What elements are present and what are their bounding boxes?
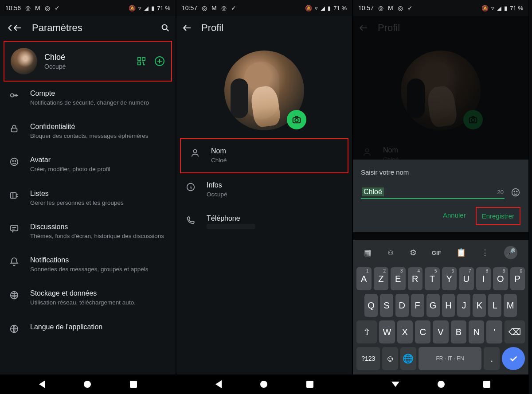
- save-button[interactable]: Enregistrer: [476, 207, 520, 225]
- back-arrow-line[interactable]: [12, 23, 23, 33]
- settings-list: CompteNotifications de sécurité, changer…: [0, 82, 176, 342]
- status-bar: 10:56 ◎ M ◎ ✓ 🔕 ▿ ◢ ▮ 71 %: [0, 0, 176, 16]
- nav-back-icon[interactable]: [39, 380, 45, 388]
- kb-key-b[interactable]: B: [451, 320, 466, 343]
- kb-symbols-key[interactable]: ?123: [356, 347, 380, 370]
- instagram-icon: ◎: [398, 4, 403, 12]
- kb-period-key[interactable]: .: [484, 347, 500, 370]
- wifi-icon: ▿: [491, 5, 494, 12]
- svg-point-21: [512, 189, 520, 196]
- kb-key-y[interactable]: Y6: [442, 267, 457, 290]
- settings-item-stockage[interactable]: Stockage et donnéesUtilisation réseau, t…: [0, 281, 176, 315]
- nav-home-icon[interactable]: [438, 381, 445, 388]
- settings-item-langue[interactable]: Langue de l'application: [0, 315, 176, 342]
- kb-key-n[interactable]: N: [469, 320, 484, 343]
- kb-key-c[interactable]: C: [415, 320, 430, 343]
- kb-key-f[interactable]: F: [411, 294, 424, 317]
- kb-key-a[interactable]: A1: [356, 267, 372, 290]
- kb-key-j[interactable]: J: [457, 294, 470, 317]
- kb-key-m[interactable]: M: [504, 294, 517, 317]
- battery-icon: ▮: [504, 5, 507, 12]
- clock: 10:57: [358, 4, 374, 12]
- kb-key-l[interactable]: L: [488, 294, 501, 317]
- nav-home-icon[interactable]: [260, 381, 267, 388]
- profile-card[interactable]: Chloé Occupé: [4, 41, 172, 82]
- kb-language-key[interactable]: 🌐: [400, 347, 416, 370]
- settings-item-discussions[interactable]: DiscussionsThèmes, fonds d'écran, histor…: [0, 215, 176, 248]
- kb-mic-icon[interactable]: 🎤: [504, 246, 517, 259]
- settings-item-compte[interactable]: CompteNotifications de sécurité, changer…: [0, 82, 176, 115]
- kb-key-e[interactable]: E3: [391, 267, 406, 290]
- screen-settings: 10:56 ◎ M ◎ ✓ 🔕 ▿ ◢ ▮ 71 % Paramètres: [0, 0, 176, 394]
- kb-key-k[interactable]: K: [473, 294, 486, 317]
- kb-key-v[interactable]: V: [433, 320, 448, 343]
- settings-item-notifications[interactable]: NotificationsSonneries des messages, gro…: [0, 248, 176, 281]
- kb-enter-key[interactable]: [502, 347, 525, 370]
- kb-sticker-icon[interactable]: ☺: [387, 248, 395, 257]
- back-icon[interactable]: [182, 23, 192, 33]
- check-icon: ✓: [231, 4, 236, 12]
- camera-fab[interactable]: [287, 110, 306, 129]
- item-title: Compte: [30, 90, 149, 98]
- qr-icon[interactable]: [137, 56, 146, 66]
- instagram-icon: ◎: [202, 4, 207, 12]
- kb-key-g[interactable]: G: [426, 294, 440, 317]
- nav-home-icon[interactable]: [84, 381, 91, 388]
- nav-bar: [176, 374, 352, 394]
- kb-key-x[interactable]: X: [397, 320, 413, 343]
- clock: 10:56: [5, 4, 21, 12]
- kb-clipboard-icon[interactable]: 📋: [456, 248, 466, 257]
- kb-key-w[interactable]: W: [379, 320, 395, 343]
- nav-recent-icon[interactable]: [483, 381, 490, 388]
- nav-recent-icon[interactable]: [130, 381, 137, 388]
- item-sub: Notifications de sécurité, changer de nu…: [30, 99, 149, 107]
- status-bar: 10:57 ◎ M ◎ ✓ 🔕 ▿ ◢ ▮ 71 %: [353, 0, 528, 16]
- kb-key-t[interactable]: T5: [425, 267, 440, 290]
- search-icon[interactable]: [160, 23, 170, 33]
- kb-key-i[interactable]: I8: [476, 267, 491, 290]
- kb-key-p[interactable]: P0: [510, 267, 525, 290]
- lock-icon: [9, 124, 20, 133]
- nav-back-icon[interactable]: [215, 380, 222, 388]
- gmail-icon: M: [35, 4, 40, 12]
- kb-key-q[interactable]: Q: [364, 294, 378, 317]
- settings-item-avatar[interactable]: AvatarCréer, modifier, photo de profil: [0, 148, 176, 181]
- kb-key-d[interactable]: D: [395, 294, 409, 317]
- avatar[interactable]: [11, 48, 37, 74]
- settings-item-confidentialite[interactable]: ConfidentialitéBloquer des contacts, mes…: [0, 115, 176, 148]
- add-icon[interactable]: [154, 56, 165, 66]
- profile-photo-section: [176, 40, 352, 138]
- gmail-icon: M: [388, 4, 393, 12]
- profile-row-telephone[interactable]: Téléphone: [176, 207, 352, 237]
- profile-row-infos[interactable]: InfosOccupé: [176, 173, 352, 207]
- emoji-icon[interactable]: [511, 187, 520, 197]
- key-icon: [9, 90, 20, 100]
- kb-emoji-key[interactable]: ☺: [382, 347, 398, 370]
- screen-edit-name: 10:57 ◎ M ◎ ✓ 🔕 ▿ ◢ ▮ 71 % Profil: [353, 0, 529, 394]
- kb-key-o[interactable]: O9: [493, 267, 508, 290]
- profile-row-nom[interactable]: NomChloé: [180, 138, 348, 173]
- kb-key-s[interactable]: S: [380, 294, 393, 317]
- nav-hide-kb-icon[interactable]: [391, 382, 399, 387]
- kb-settings-icon[interactable]: ⚙: [410, 248, 417, 257]
- nav-recent-icon[interactable]: [306, 381, 313, 388]
- settings-item-listes[interactable]: ListesGérer les personnes et les groupes: [0, 182, 176, 215]
- kb-key-u[interactable]: U7: [459, 267, 474, 290]
- kb-key-r[interactable]: R4: [408, 267, 423, 290]
- kb-backspace-key[interactable]: ⌫: [505, 320, 525, 343]
- kb-key-apostrophe[interactable]: ': [486, 320, 502, 343]
- kb-key-h[interactable]: H: [442, 294, 455, 317]
- kb-space-key[interactable]: FR · IT · EN: [419, 347, 482, 370]
- check-icon: ✓: [55, 4, 60, 12]
- screen-profile: 10:57 ◎ M ◎ ✓ 🔕 ▿ ◢ ▮ 71 % Profil NomChl…: [176, 0, 353, 394]
- header: Paramètres: [0, 16, 176, 40]
- kb-shift-key[interactable]: ⇧: [356, 320, 377, 343]
- phone-redacted: [207, 224, 255, 229]
- kb-gif-button[interactable]: GIF: [432, 250, 442, 256]
- kb-key-z[interactable]: Z2: [374, 267, 389, 290]
- name-input[interactable]: Chloé 20: [361, 186, 505, 199]
- header: Profil: [176, 16, 352, 40]
- kb-menu-icon[interactable]: ▦: [364, 248, 372, 257]
- cancel-button[interactable]: Annuler: [437, 207, 472, 225]
- kb-more-icon[interactable]: ⋮: [481, 248, 489, 257]
